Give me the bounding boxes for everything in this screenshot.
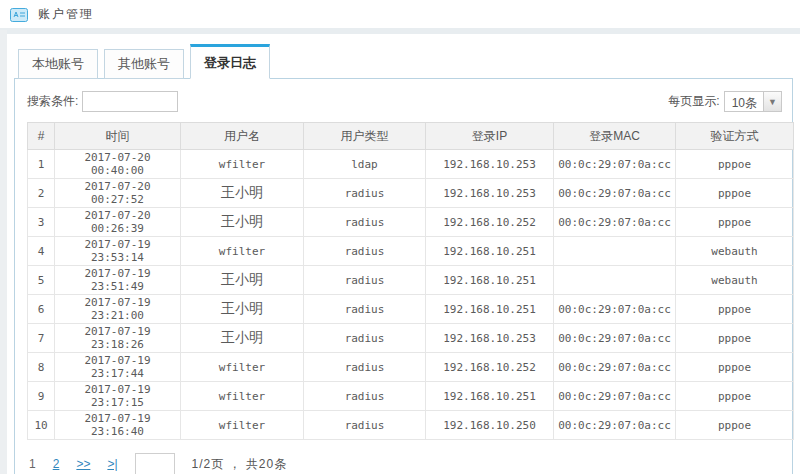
table-row: 32017-07-20 00:26:39王小明radius192.168.10.… xyxy=(28,208,794,237)
table-cell: pppoe xyxy=(676,324,794,353)
table-cell: 192.168.10.251 xyxy=(426,266,554,295)
table-cell: 王小明 xyxy=(181,324,304,353)
table-cell: radius xyxy=(304,353,426,382)
table-row: 92017-07-19 23:17:15wfilterradius192.168… xyxy=(28,382,794,411)
left-gutter xyxy=(0,30,7,474)
table-cell: radius xyxy=(304,237,426,266)
table-cell: pppoe xyxy=(676,382,794,411)
table-header: # 时间 用户名 用户类型 登录IP 登录MAC 验证方式 xyxy=(28,123,794,150)
tab-login-logs[interactable]: 登录日志 xyxy=(190,44,270,79)
table-cell: pppoe xyxy=(676,150,794,179)
tab-bar: 本地账号 其他账号 登录日志 xyxy=(18,44,800,78)
search-label: 搜索条件: xyxy=(27,93,78,110)
table-cell: wfilter xyxy=(181,353,304,382)
table-cell: 00:0c:29:07:0a:cc xyxy=(554,179,676,208)
table-cell: 00:0c:29:07:0a:cc xyxy=(554,353,676,382)
table-cell: 9 xyxy=(28,382,55,411)
title-separator xyxy=(0,28,800,34)
table-cell: 2017-07-19 23:16:40 xyxy=(55,411,181,440)
table-cell: 3 xyxy=(28,208,55,237)
table-cell: 2017-07-19 23:17:15 xyxy=(55,382,181,411)
tab-other-accounts[interactable]: 其他账号 xyxy=(104,49,184,79)
table-cell: wfilter xyxy=(181,382,304,411)
table-cell: 5 xyxy=(28,266,55,295)
table-cell: 2017-07-19 23:53:14 xyxy=(55,237,181,266)
per-page-group: 每页显示: 10条 ▼ xyxy=(668,91,782,112)
table-cell: 00:0c:29:07:0a:cc xyxy=(554,150,676,179)
chevron-down-icon[interactable]: ▼ xyxy=(763,92,781,111)
col-username: 用户名 xyxy=(181,123,304,150)
col-auth-method: 验证方式 xyxy=(676,123,794,150)
table-cell: 2017-07-19 23:51:49 xyxy=(55,266,181,295)
table-cell: wfilter xyxy=(181,237,304,266)
table-row: 82017-07-19 23:17:44wfilterradius192.168… xyxy=(28,353,794,382)
table-cell: radius xyxy=(304,179,426,208)
table-cell: 00:0c:29:07:0a:cc xyxy=(554,295,676,324)
table-cell: 00:0c:29:07:0a:cc xyxy=(554,411,676,440)
table-row: 102017-07-19 23:16:40wfilterradius192.16… xyxy=(28,411,794,440)
pagination-page-2-link[interactable]: 2 xyxy=(53,457,60,471)
table-cell: pppoe xyxy=(676,353,794,382)
table-cell: pppoe xyxy=(676,179,794,208)
table-cell: 192.168.10.251 xyxy=(426,237,554,266)
search-input[interactable] xyxy=(82,91,178,112)
login-logs-panel: 搜索条件: 每页显示: 10条 ▼ # 时间 用户名 xyxy=(14,78,793,474)
per-page-value: 10条 xyxy=(725,92,763,111)
table-cell: 2017-07-20 00:40:00 xyxy=(55,150,181,179)
table-cell: 4 xyxy=(28,237,55,266)
pagination-next-link[interactable]: >> xyxy=(76,457,90,471)
account-management-page: 账户管理 本地账号 其他账号 登录日志 搜索条件: 每页显示: 10条 ▼ xyxy=(0,0,800,474)
table-cell: 192.168.10.253 xyxy=(426,324,554,353)
table-cell: ldap xyxy=(304,150,426,179)
per-page-select[interactable]: 10条 ▼ xyxy=(724,91,782,112)
pagination-bar: 1 2 >> >| 1/2页 ， 共20条 xyxy=(15,440,792,474)
search-group: 搜索条件: xyxy=(27,91,178,112)
table-cell: 王小明 xyxy=(181,295,304,324)
page-title: 账户管理 xyxy=(38,6,94,23)
table-cell: webauth xyxy=(676,237,794,266)
table-cell: webauth xyxy=(676,266,794,295)
pagination-last-link[interactable]: >| xyxy=(107,457,117,471)
table-cell: radius xyxy=(304,266,426,295)
table-cell: 192.168.10.252 xyxy=(426,353,554,382)
login-log-table: # 时间 用户名 用户类型 登录IP 登录MAC 验证方式 12017-07-2… xyxy=(27,122,794,440)
table-cell: 2 xyxy=(28,179,55,208)
table-cell: 6 xyxy=(28,295,55,324)
table-cell: 00:0c:29:07:0a:cc xyxy=(554,382,676,411)
table-cell: 8 xyxy=(28,353,55,382)
table-cell: 1 xyxy=(28,150,55,179)
table-body: 12017-07-20 00:40:00wfilterldap192.168.1… xyxy=(28,150,794,440)
table-cell: pppoe xyxy=(676,208,794,237)
table-cell: 00:0c:29:07:0a:cc xyxy=(554,324,676,353)
table-cell: 王小明 xyxy=(181,179,304,208)
table-cell: radius xyxy=(304,411,426,440)
table-cell: radius xyxy=(304,382,426,411)
table-cell: 192.168.10.250 xyxy=(426,411,554,440)
table-cell: 2017-07-20 00:26:39 xyxy=(55,208,181,237)
table-cell: pppoe xyxy=(676,295,794,324)
table-cell: 192.168.10.253 xyxy=(426,150,554,179)
table-cell: 2017-07-19 23:18:26 xyxy=(55,324,181,353)
col-login-mac: 登录MAC xyxy=(554,123,676,150)
id-card-icon xyxy=(10,8,28,22)
table-row: 42017-07-19 23:53:14wfilterradius192.168… xyxy=(28,237,794,266)
table-cell: 2017-07-20 00:27:52 xyxy=(55,179,181,208)
pagination-info: 1/2页 ， 共20条 xyxy=(192,456,288,473)
page-titlebar: 账户管理 xyxy=(0,0,800,28)
table-cell: wfilter xyxy=(181,411,304,440)
table-cell: pppoe xyxy=(676,411,794,440)
table-row: 22017-07-20 00:27:52王小明radius192.168.10.… xyxy=(28,179,794,208)
table-cell: 7 xyxy=(28,324,55,353)
table-cell: 192.168.10.251 xyxy=(426,382,554,411)
table-cell: radius xyxy=(304,295,426,324)
col-usertype: 用户类型 xyxy=(304,123,426,150)
table-cell: 192.168.10.253 xyxy=(426,179,554,208)
table-cell: radius xyxy=(304,324,426,353)
table-cell: 王小明 xyxy=(181,208,304,237)
pagination-jump-input[interactable] xyxy=(135,453,175,474)
table-row: 52017-07-19 23:51:49王小明radius192.168.10.… xyxy=(28,266,794,295)
tab-local-accounts[interactable]: 本地账号 xyxy=(18,49,98,79)
col-login-ip: 登录IP xyxy=(426,123,554,150)
table-cell: 10 xyxy=(28,411,55,440)
col-index: # xyxy=(28,123,55,150)
